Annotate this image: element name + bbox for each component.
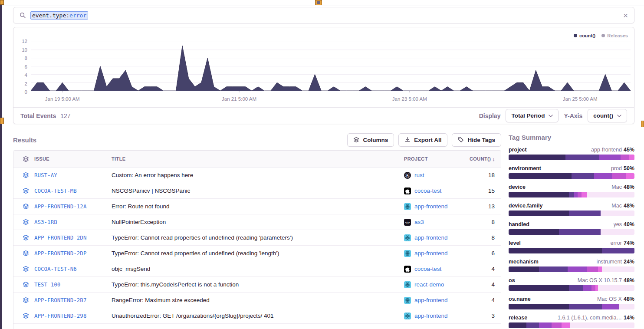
y-axis-tick: 12 (22, 39, 27, 44)
tag-bar-segment[interactable] (572, 173, 594, 179)
tag-distribution-bar[interactable] (509, 229, 634, 235)
tag-bar-segment[interactable] (562, 322, 570, 328)
project-cell: </> as3 (404, 219, 470, 226)
project-link[interactable]: cocoa-test (414, 188, 441, 194)
tag-distribution-bar[interactable] (509, 248, 634, 253)
project-link[interactable]: app-frontend (414, 297, 448, 303)
tag-bar-segment[interactable] (582, 192, 587, 197)
issue-title: TypeError: Cannot read properties of und… (112, 250, 404, 257)
tag-bar-segment[interactable] (509, 155, 565, 160)
tag-distribution-bar[interactable] (509, 322, 634, 328)
tag-bar-segment[interactable] (509, 229, 559, 235)
tag-bar-segment[interactable] (629, 155, 634, 160)
tag-bar-segment[interactable] (569, 304, 601, 309)
project-link[interactable]: app-frontend (414, 250, 448, 257)
tag-bar-segment[interactable] (599, 155, 621, 160)
close-icon[interactable]: × (623, 11, 628, 20)
tag-bar-segment[interactable] (559, 229, 601, 235)
tag-bar-segment[interactable] (539, 322, 552, 328)
issue-title: RangeError: Maximum size exceeded (112, 297, 404, 303)
project-link[interactable]: rust (414, 172, 424, 178)
tag-bar-segment[interactable] (598, 266, 602, 272)
tag-icon (458, 137, 464, 143)
issue-link[interactable]: TEST-100 (34, 281, 112, 288)
issue-link[interactable]: APP-FRONTEND-2DN (34, 234, 112, 241)
tag-bar-segment[interactable] (509, 322, 526, 328)
issue-link[interactable]: COCOA-TEST-N6 (34, 266, 112, 272)
export-all-button[interactable]: Export All (398, 133, 447, 147)
tag-bar-segment[interactable] (509, 304, 569, 309)
issue-link[interactable]: APP-FRONTEND-12A (34, 203, 112, 210)
tag-bar-segment[interactable] (569, 192, 574, 197)
legend-item-count[interactable]: count() (574, 33, 595, 38)
issue-link[interactable]: APP-FRONTEND-298 (34, 313, 112, 319)
project-link[interactable]: react-demo (414, 281, 444, 288)
issue-link[interactable]: RUST-AY (34, 172, 112, 178)
column-header-project[interactable]: PROJECT (404, 156, 470, 161)
search-query-token[interactable]: event.type:error (30, 11, 88, 20)
y-axis-dropdown[interactable]: count() (588, 109, 627, 122)
project-link[interactable]: app-frontend (414, 234, 448, 241)
legend-item-releases[interactable]: Releases (601, 33, 628, 38)
tag-bar-segment[interactable] (509, 211, 569, 216)
tag-name: device (509, 184, 526, 190)
tag-distribution-bar[interactable] (509, 155, 634, 160)
events-area-chart[interactable] (31, 42, 631, 92)
column-header-title[interactable]: TITLE (112, 156, 404, 161)
project-link[interactable]: as3 (414, 219, 424, 225)
columns-button[interactable]: Columns (347, 133, 394, 147)
tag-bar-segment[interactable] (626, 173, 634, 179)
tag-bar-segment[interactable] (583, 285, 591, 291)
tag-summary-item: environment prod 50% (509, 165, 634, 179)
tag-bar-segment[interactable] (578, 192, 582, 197)
column-header-issue[interactable]: ISSUE (34, 156, 112, 161)
tag-bar-segment[interactable] (587, 266, 598, 272)
issue-title: TypeError: this.myCodeIsPerfect is not a… (112, 281, 404, 288)
project-link[interactable]: cocoa-test (414, 266, 441, 272)
tag-bar-segment[interactable] (569, 211, 601, 216)
search-input[interactable]: event.type:error × (13, 7, 634, 23)
tag-bar-segment[interactable] (591, 285, 595, 291)
tag-distribution-bar[interactable] (509, 211, 634, 216)
tag-bar-segment[interactable] (509, 173, 572, 179)
issue-stack-icon (23, 188, 29, 194)
tag-bar-segment[interactable] (565, 155, 599, 160)
tag-distribution-bar[interactable] (509, 266, 634, 272)
tag-bar-segment[interactable] (509, 192, 569, 197)
hide-tags-button[interactable]: Hide Tags (452, 133, 501, 147)
tag-bar-segment[interactable] (526, 322, 539, 328)
tag-bar-segment[interactable] (621, 155, 629, 160)
display-dropdown[interactable]: Total Period (506, 109, 559, 122)
tag-bar-segment[interactable] (509, 285, 569, 291)
tag-bar-segment[interactable] (602, 304, 620, 309)
issue-link[interactable]: APP-FRONTEND-2DP (34, 250, 112, 257)
issue-link[interactable]: COCOA-TEST-MB (34, 188, 112, 194)
issue-link[interactable]: AS3-1RB (34, 219, 112, 225)
issue-stack-icon (23, 172, 29, 178)
tag-distribution-bar[interactable] (509, 192, 634, 197)
table-row-partial (13, 324, 501, 329)
tag-distribution-bar[interactable] (509, 285, 634, 291)
project-link[interactable]: app-frontend (414, 313, 448, 319)
project-link[interactable]: app-frontend (414, 203, 448, 210)
tag-bar-segment[interactable] (569, 285, 583, 291)
tag-bar-segment[interactable] (602, 248, 634, 253)
tag-bar-segment[interactable] (594, 173, 612, 179)
tag-bar-segment[interactable] (552, 322, 562, 328)
selection-handle-top-left (0, 0, 4, 5)
tag-bar-segment[interactable] (509, 248, 602, 253)
tag-distribution-bar[interactable] (509, 304, 634, 309)
discover-page: event.type:error × count() Releases 1210… (0, 0, 644, 329)
tag-bar-segment[interactable] (509, 266, 539, 272)
apple-project-icon (404, 188, 411, 194)
issue-link[interactable]: APP-FRONTEND-2B7 (34, 297, 112, 303)
tag-bar-segment[interactable] (595, 285, 598, 291)
column-header-count[interactable]: COUNT() ↓ (470, 156, 495, 162)
tag-bar-segment[interactable] (612, 173, 626, 179)
tag-distribution-bar[interactable] (509, 173, 634, 179)
tag-bar-segment[interactable] (539, 266, 568, 272)
tag-bar-segment[interactable] (568, 266, 587, 272)
tag-bar-segment[interactable] (574, 192, 578, 197)
tag-percent: 48% (624, 203, 634, 209)
legend-label: count() (579, 33, 595, 38)
